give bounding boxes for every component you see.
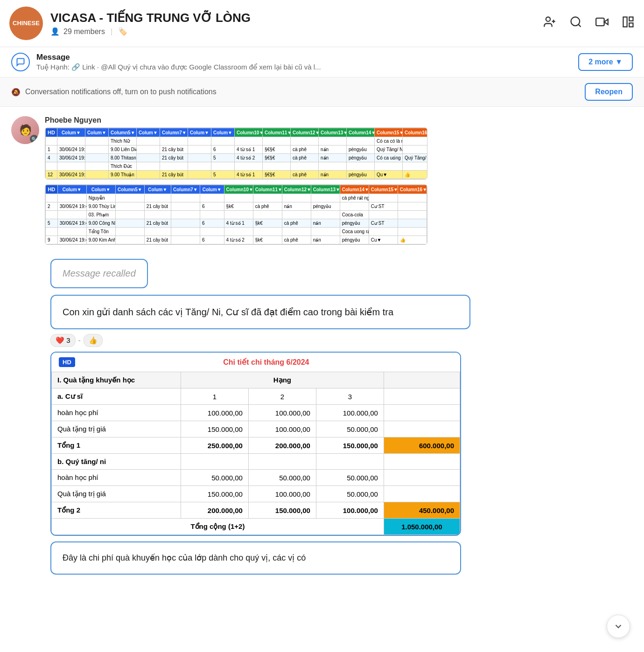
group-logo: CHINESE	[9, 7, 43, 40]
label-icon: 🏷️	[118, 27, 127, 36]
hoan-hoc-phi-1-2: 100.000,00	[248, 405, 316, 421]
tong-1-3: 150.000,00	[316, 437, 384, 454]
table-header-row: I. Quà tặng khuyến học Hạng	[52, 372, 460, 388]
banner-message-icon	[11, 53, 30, 71]
heart-emoji: ❤️	[56, 336, 64, 344]
detail-table: I. Quà tặng khuyến học Hạng a. Cư sĩ 1 2…	[51, 372, 460, 535]
svg-rect-7	[623, 17, 627, 27]
table-row: Tổng cộng (1+2) 1.050.000,00	[52, 519, 460, 535]
like-reaction[interactable]: 👍	[84, 334, 103, 347]
tong-1-label: Tổng 1	[52, 437, 181, 454]
recalled-text: Message recalled	[63, 268, 136, 278]
qua-tang-label-1: Quà tặng trị giá	[52, 421, 181, 437]
qua-tang-2-3: 50.000,00	[316, 486, 384, 502]
cu-si-label: a. Cư sĩ	[52, 388, 181, 405]
tong-1-2: 200.000,00	[248, 437, 316, 454]
banner-subtitle: Tuệ Hạnh: 🔗 Link · @All Quý vị chưa vào …	[36, 63, 578, 71]
data-table-title: Chi tiết chi tháng 6/2024	[80, 358, 453, 367]
quy-tang-ni-label: b. Quý tăng/ ni	[52, 454, 181, 470]
hd-badge: HD	[59, 357, 75, 367]
heart-count: 3	[66, 336, 70, 344]
svg-point-3	[571, 17, 580, 26]
rank-1: 1	[181, 388, 248, 405]
heart-reaction[interactable]: ❤️ 3	[50, 334, 76, 347]
main-text-message: Con xin gửi danh sách các vị Tăng/ Ni, C…	[50, 295, 470, 329]
table-row: Quà tặng trị giá 150.000,00 100.000,00 5…	[52, 421, 460, 437]
svg-rect-8	[629, 17, 633, 21]
table-row: Tổng 1 250.000,00 200.000,00 150.000,00 …	[52, 437, 460, 454]
tong-2-1: 200.000,00	[181, 502, 248, 519]
avatar: 🧑 🔍	[11, 116, 39, 144]
svg-rect-6	[596, 18, 604, 25]
table-row: a. Cư sĩ 1 2 3	[52, 388, 460, 405]
recalled-message: Message recalled	[50, 259, 148, 288]
data-table: HD Chi tiết chi tháng 6/2024 I. Quà tặng…	[50, 352, 461, 536]
table-row: hoàn học phí 50.000,00 50.000,00 50.000,…	[52, 470, 460, 486]
notif-text: Conversation notifications off, turn on …	[25, 88, 217, 96]
grand-total-value: 1.050.000,00	[384, 519, 460, 535]
message-content: Phoebe Nguyen HD Colum▼ Colum▼ Column5▼ …	[45, 116, 633, 250]
banner-title: Message	[36, 53, 578, 62]
qua-tang-1-1: 150.000,00	[181, 421, 248, 437]
grand-total-label: Tổng cộng (1+2)	[52, 519, 384, 535]
header-subtitle: 👤 29 members | 🏷️	[50, 27, 543, 36]
dash-separator: -	[78, 336, 81, 345]
spreadsheet-2[interactable]: HD Colum▼ Colum▼ Column5▼ Colum▼ Column7…	[45, 184, 427, 245]
reactions-bar: ❤️ 3 - 👍	[50, 334, 633, 347]
group-title: VICASA - TIẾNG TRUNG VỠ LÒNG	[50, 11, 543, 25]
qua-tang-label-2: Quà tặng trị giá	[52, 486, 181, 502]
footer-note-text: Đây là chi phí quà khuyến học của lớp dà…	[63, 553, 306, 562]
svg-point-0	[546, 17, 550, 21]
add-member-icon[interactable]	[543, 15, 556, 32]
hoan-hoc-phi-1-3: 100.000,00	[316, 405, 384, 421]
divider: |	[111, 28, 112, 36]
header-info: VICASA - TIẾNG TRUNG VỠ LÒNG 👤 29 member…	[50, 11, 543, 36]
main-message-text: Con xin gửi danh sách các vị Tăng/ Ni, C…	[63, 307, 393, 317]
message-group: 🧑 🔍 Phoebe Nguyen HD Colum▼ Colum▼ Colum…	[11, 116, 633, 250]
layout-icon[interactable]	[622, 15, 635, 32]
col-total	[384, 372, 460, 388]
table-row: Quà tặng trị giá 150.000,00 100.000,00 5…	[52, 486, 460, 502]
message-banner: Message Tuệ Hạnh: 🔗 Link · @All Quý vị c…	[0, 47, 644, 77]
sender-name: Phoebe Nguyen	[45, 116, 633, 125]
logo-text: CHINESE	[13, 20, 40, 27]
notification-bar: 🔕 Conversation notifications off, turn o…	[0, 77, 644, 107]
qua-tang-2-2: 100.000,00	[248, 486, 316, 502]
qua-tang-2-1: 150.000,00	[181, 486, 248, 502]
more-button[interactable]: 2 more ▼	[578, 53, 633, 71]
tong-2-2: 150.000,00	[248, 502, 316, 519]
qua-tang-1-3: 50.000,00	[316, 421, 384, 437]
bell-off-icon: 🔕	[11, 88, 21, 97]
spreadsheet-1[interactable]: HD Colum▼ Colum▼ Column5▼ Colum▼ Column7…	[45, 127, 427, 180]
chat-area: 🧑 🔍 Phoebe Nguyen HD Colum▼ Colum▼ Colum…	[0, 107, 644, 584]
header-actions	[543, 15, 635, 32]
qua-tang-1-2: 100.000,00	[248, 421, 316, 437]
member-count: 29 members	[63, 28, 105, 36]
data-table-header: HD Chi tiết chi tháng 6/2024	[51, 353, 460, 372]
header: CHINESE VICASA - TIẾNG TRUNG VỠ LÒNG 👤 2…	[0, 0, 644, 47]
hoan-hoc-phi-1-1: 100.000,00	[181, 405, 248, 421]
scroll-to-bottom-button[interactable]	[607, 615, 630, 638]
banner-content: Message Tuệ Hạnh: 🔗 Link · @All Quý vị c…	[36, 53, 578, 71]
table-row: b. Quý tăng/ ni	[52, 454, 460, 470]
standalone-messages: Message recalled Con xin gửi danh sách c…	[11, 259, 633, 575]
reopen-button[interactable]: Reopen	[585, 83, 633, 101]
svg-marker-5	[604, 19, 608, 25]
table-row: Tổng 2 200.000,00 150.000,00 100.000,00 …	[52, 502, 460, 519]
tong-1-1: 250.000,00	[181, 437, 248, 454]
footer-note-message: Đây là chi phí quà khuyến học của lớp dà…	[50, 541, 461, 575]
tong-2-total: 450.000,00	[384, 502, 460, 519]
hoan-hoc-phi-2-2: 50.000,00	[248, 470, 316, 486]
hoan-hoc-phi-2-label: hoàn học phí	[52, 470, 181, 486]
col-hang: Hạng	[181, 372, 384, 388]
tong-2-3: 100.000,00	[316, 502, 384, 519]
search-icon[interactable]	[569, 15, 582, 32]
hoan-hoc-phi-2-3: 50.000,00	[316, 470, 384, 486]
tong-2-label: Tổng 2	[52, 502, 181, 519]
video-icon[interactable]	[595, 15, 609, 32]
svg-line-4	[578, 24, 581, 27]
notif-left: 🔕 Conversation notifications off, turn o…	[11, 88, 217, 97]
rank-3: 3	[316, 388, 384, 405]
col-label: I. Quà tặng khuyến học	[52, 372, 181, 388]
tong-1-total: 600.000,00	[384, 437, 460, 454]
